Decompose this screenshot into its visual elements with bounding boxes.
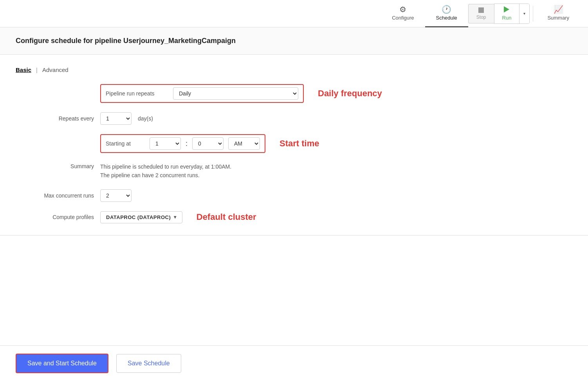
max-concurrent-select[interactable]: 1 2 3 4 5 <box>100 189 132 202</box>
time-colon: : <box>186 140 188 148</box>
starting-at-label: Starting at <box>106 140 145 147</box>
start-time-annotation: Start time <box>280 138 319 149</box>
run-dropdown-button[interactable]: ▾ <box>519 4 529 23</box>
schedule-icon: 🕐 <box>442 5 451 13</box>
top-navigation: ⚙ Configure 🕐 Schedule Stop Run ▾ 📈 Summ… <box>0 0 588 27</box>
compute-profiles-label: Compute profiles <box>16 214 94 220</box>
tab-separator: | <box>36 66 38 73</box>
summary-content: This pipeline is scheduled to run everyd… <box>100 162 231 180</box>
nav-configure[interactable]: ⚙ Configure <box>381 0 425 27</box>
mode-tabs: Basic | Advanced <box>16 66 572 73</box>
stop-button[interactable]: Stop <box>468 4 494 23</box>
starting-ampm-select[interactable]: AM PM <box>228 137 260 150</box>
starting-minute-select[interactable]: 0 15 30 45 <box>192 137 224 150</box>
play-icon <box>504 6 509 13</box>
nav-divider <box>533 6 533 22</box>
configure-icon: ⚙ <box>399 5 406 13</box>
stop-label: Stop <box>476 14 486 20</box>
nav-summary[interactable]: 📈 Summary <box>536 0 580 27</box>
run-button-group: Run ▾ <box>494 4 530 24</box>
page-title: Configure schedule for pipeline Userjour… <box>16 37 572 45</box>
starting-at-row: Starting at 1 2 3 4 5 6 7 8 9 10 11 12 : <box>16 134 352 153</box>
schedule-label: Schedule <box>436 15 457 21</box>
repeats-every-row: Repeats every 1 2 3 day(s) <box>16 112 352 125</box>
starting-at-highlight: Starting at 1 2 3 4 5 6 7 8 9 10 11 12 : <box>100 134 265 153</box>
compute-profiles-value: DATAPROC (DATAPROC) <box>106 214 171 220</box>
pipeline-repeats-highlight: Pipeline run repeats Daily Hourly Weekly… <box>100 84 304 103</box>
nav-schedule[interactable]: 🕐 Schedule <box>425 0 468 27</box>
summary-row: Summary This pipeline is scheduled to ru… <box>16 162 352 180</box>
run-button[interactable]: Run <box>494 4 520 23</box>
starting-hour-select[interactable]: 1 2 3 4 5 6 7 8 9 10 11 12 <box>150 137 181 150</box>
pipeline-repeats-select[interactable]: Daily Hourly Weekly Monthly <box>173 87 298 100</box>
pipeline-repeats-row: Pipeline run repeats Daily Hourly Weekly… <box>16 84 352 103</box>
pipeline-repeats-label: Pipeline run repeats <box>106 90 168 97</box>
footer-divider <box>0 235 588 235</box>
compute-profiles-row: Compute profiles DATAPROC (DATAPROC) ▾ D… <box>16 211 352 223</box>
page-header: Configure schedule for pipeline Userjour… <box>0 27 588 55</box>
summary-icon: 📈 <box>554 5 563 13</box>
summary-line1: This pipeline is scheduled to run everyd… <box>100 162 231 171</box>
run-controls: Stop Run ▾ <box>468 4 530 24</box>
default-cluster-annotation: Default cluster <box>197 212 256 222</box>
compute-profiles-button[interactable]: DATAPROC (DATAPROC) ▾ <box>100 211 182 223</box>
main-content: Basic | Advanced Pipeline run repeats Da… <box>0 55 588 235</box>
chevron-down-icon: ▾ <box>174 214 177 220</box>
repeats-every-label: Repeats every <box>16 115 94 122</box>
repeats-every-select[interactable]: 1 2 3 <box>100 112 132 125</box>
form-section: Pipeline run repeats Daily Hourly Weekly… <box>16 84 352 223</box>
tab-advanced[interactable]: Advanced <box>42 66 69 73</box>
stop-icon <box>478 7 484 13</box>
max-concurrent-row: Max concurrent runs 1 2 3 4 5 <box>16 189 352 202</box>
max-concurrent-label: Max concurrent runs <box>16 192 94 199</box>
daily-frequency-annotation: Daily frequency <box>318 88 382 99</box>
summary-field-label: Summary <box>16 162 94 169</box>
summary-label: Summary <box>547 15 569 21</box>
run-label: Run <box>502 15 512 21</box>
tab-basic[interactable]: Basic <box>16 66 31 73</box>
repeats-unit: day(s) <box>138 115 153 122</box>
summary-line2: The pipeline can have 2 concurrent runs. <box>100 171 231 180</box>
configure-label: Configure <box>392 15 414 21</box>
chevron-down-icon: ▾ <box>523 11 525 16</box>
